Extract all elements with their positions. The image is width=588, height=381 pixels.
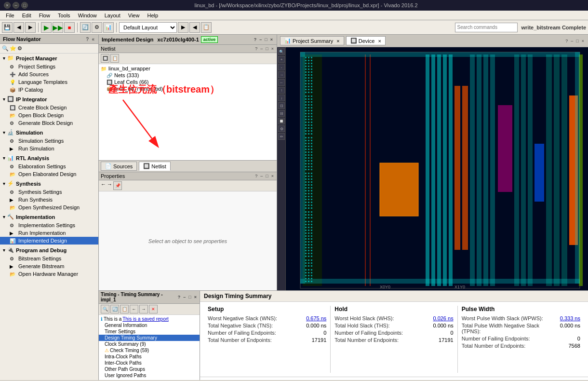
section-header-ip-integrator[interactable]: 🔲 IP Integrator xyxy=(0,95,98,104)
props-help-btn[interactable]: ? xyxy=(254,174,258,178)
layout-selector[interactable]: Default Layout xyxy=(119,22,177,33)
flow-item-ip-catalog[interactable]: 📦 IP Catalog xyxy=(0,86,98,94)
flow-item-open-synth-design[interactable]: 📂 Open Synthesized Design xyxy=(0,204,98,211)
device-max-btn[interactable]: □ xyxy=(575,39,579,43)
timing-tree-saved-report[interactable]: ℹ This is a This is a saved report xyxy=(99,316,200,322)
flow-item-add-sources[interactable]: ➕ Add Sources xyxy=(0,70,98,78)
toolbar-btn-3[interactable]: ▶ xyxy=(25,22,36,33)
props-forward-icon[interactable]: → xyxy=(107,181,112,190)
toolbar-btn-8[interactable]: ◀ xyxy=(189,22,200,33)
device-header-right[interactable]: ? – □ × xyxy=(564,39,585,43)
netlist-item-linux-bd[interactable]: 📦 linux_bd_i (linux_bd) xyxy=(101,85,275,92)
props-close-btn[interactable]: × xyxy=(270,174,275,178)
flow-item-impl-settings[interactable]: ⚙ Implementation Settings xyxy=(0,221,98,229)
timing-header-btns[interactable]: ? – □ × xyxy=(177,295,198,299)
timing-tb-forward[interactable]: → xyxy=(139,305,148,313)
props-tb-pin[interactable]: 📌 xyxy=(113,181,122,190)
section-header-prog-debug[interactable]: 🔌 Program and Debug xyxy=(0,245,98,255)
flow-item-elab-settings[interactable]: ⚙ Elaboration Settings xyxy=(0,163,98,170)
device-tb-7[interactable]: ↓ xyxy=(278,95,285,101)
props-header-btns[interactable]: ? – □ × xyxy=(254,174,275,178)
netlist-tb-2[interactable]: 📋 xyxy=(110,54,119,63)
device-tb-11[interactable]: ⚙ xyxy=(278,125,285,132)
star-icon[interactable]: ⭐ xyxy=(10,45,16,52)
close-btn[interactable]: × xyxy=(4,2,11,9)
menu-help[interactable]: Help xyxy=(143,12,162,19)
device-tb-10[interactable]: 🔲 xyxy=(278,118,285,124)
menu-edit[interactable]: Edit xyxy=(18,12,35,19)
device-min-btn[interactable]: – xyxy=(570,39,574,43)
menu-tools[interactable]: Tools xyxy=(54,12,74,19)
tab-netlist[interactable]: 🔲 Netlist xyxy=(139,162,171,171)
timing-tree-intra-clock[interactable]: Intra-Clock Paths xyxy=(99,354,200,360)
tab-sources[interactable]: 📄 Sources xyxy=(101,162,137,171)
toolbar-run2[interactable]: ▶▶ xyxy=(53,22,63,33)
flow-item-create-block-design[interactable]: 🔲 Create Block Design xyxy=(0,104,98,111)
timing-tree-design-timing[interactable]: Design Timing Summary xyxy=(99,335,200,341)
device-tb-6[interactable]: ↑ xyxy=(278,87,285,94)
device-tb-8[interactable]: ⊡ xyxy=(278,102,285,109)
timing-tree-user-ignored[interactable]: User Ignored Paths xyxy=(99,372,200,379)
flow-item-bitstream-settings[interactable]: ⚙ Bitstream Settings xyxy=(0,255,98,262)
impl-header-btns[interactable]: ? – □ × xyxy=(253,37,274,42)
max-btn[interactable]: □ xyxy=(21,2,28,9)
window-controls[interactable]: × – □ xyxy=(4,2,28,9)
timing-help-btn[interactable]: ? xyxy=(177,295,182,299)
timing-tree-other-paths[interactable]: Other Path Groups xyxy=(99,366,200,372)
section-header-implementation[interactable]: 🔨 Implementation xyxy=(0,212,98,221)
toolbar-btn-2[interactable]: ◀ xyxy=(13,22,24,33)
netlist-item-leaf-cells[interactable]: 🔲 Leaf Cells (66) xyxy=(101,79,275,85)
flow-item-open-block-design[interactable]: 📂 Open Block Design xyxy=(0,111,98,119)
section-header-rtl[interactable]: 📊 RTL Analysis xyxy=(0,153,98,163)
device-tb-12[interactable]: ✏ xyxy=(278,133,285,140)
impl-help-btn[interactable]: ? xyxy=(253,37,258,42)
proj-summary-close[interactable]: × xyxy=(336,38,339,44)
netlist-tb-1[interactable]: 🔲 xyxy=(101,54,109,63)
flow-navigator-actions[interactable]: ? « xyxy=(85,37,95,42)
wns-value[interactable]: 0.675 ns xyxy=(306,315,326,321)
timing-tree-inter-clock[interactable]: Inter-Clock Paths xyxy=(99,360,200,366)
tab-device[interactable]: 🔲 Device × xyxy=(346,36,386,45)
netlist-header-btns[interactable]: ? – □ × xyxy=(254,46,275,51)
netlist-help-btn[interactable]: ? xyxy=(254,46,258,51)
netlist-max-btn[interactable]: □ xyxy=(265,46,269,51)
timing-min-btn[interactable]: – xyxy=(182,295,187,299)
impl-min-btn[interactable]: – xyxy=(258,37,263,42)
timing-tree-clock-summary[interactable]: Clock Summary (9) xyxy=(99,341,200,347)
props-back-icon[interactable]: ← xyxy=(101,181,106,190)
device-tb-3[interactable]: - xyxy=(278,64,285,70)
toolbar-btn-7[interactable]: ▶ xyxy=(178,22,188,33)
impl-max-btn[interactable]: □ xyxy=(264,37,268,42)
device-help-btn[interactable]: ? xyxy=(564,39,569,43)
timing-tb-close[interactable]: ✕ xyxy=(149,305,158,313)
device-tb-2[interactable]: + xyxy=(278,56,285,63)
gear-icon[interactable]: ⚙ xyxy=(17,45,22,52)
menu-view[interactable]: View xyxy=(124,12,144,19)
timing-tree-check-timing[interactable]: ⚠ Check Timing (59) xyxy=(99,347,200,354)
netlist-item-wrapper[interactable]: 📁 linux_bd_wrapper xyxy=(101,65,275,72)
flow-item-synth-settings[interactable]: ⚙ Synthesis Settings xyxy=(0,188,98,196)
flow-item-language-templates[interactable]: 💡 Language Templates xyxy=(0,78,98,86)
props-min-btn[interactable]: – xyxy=(259,174,264,178)
flow-item-open-hw-manager[interactable]: 📂 Open Hardware Manager xyxy=(0,270,98,278)
flow-item-impl-design[interactable]: 📊 Implemented Design xyxy=(0,237,98,245)
timing-tb-search[interactable]: 🔍 xyxy=(101,305,109,313)
wpws-value[interactable]: 0.333 ns xyxy=(560,315,580,321)
flow-item-run-impl[interactable]: ▶ Run Implementation xyxy=(0,229,98,237)
menu-window[interactable]: Window xyxy=(74,12,101,19)
flow-item-run-synthesis[interactable]: ▶ Run Synthesis xyxy=(0,196,98,204)
timing-tb-expand[interactable]: 📋 xyxy=(120,305,129,313)
flow-nav-collapse[interactable]: « xyxy=(91,37,95,42)
flow-item-open-elab-design[interactable]: 📂 Open Elaborated Design xyxy=(0,170,98,178)
device-tb-5[interactable]: ← xyxy=(278,79,285,86)
flow-item-generate-block-design[interactable]: ⚙ Generate Block Design xyxy=(0,119,98,127)
menu-file[interactable]: File xyxy=(2,12,18,19)
menu-layout[interactable]: Layout xyxy=(101,12,124,19)
device-tb-9[interactable]: ⊟ xyxy=(278,110,285,117)
min-btn[interactable]: – xyxy=(13,2,19,9)
timing-tb-refresh[interactable]: 🔄 xyxy=(110,305,119,313)
saved-report-link[interactable]: This is a saved report xyxy=(122,316,169,322)
tab-project-summary[interactable]: 📊 Project Summary × xyxy=(280,36,344,45)
section-header-project-manager[interactable]: 📁 Project Manager xyxy=(0,54,98,63)
timing-max-btn[interactable]: □ xyxy=(187,295,192,299)
